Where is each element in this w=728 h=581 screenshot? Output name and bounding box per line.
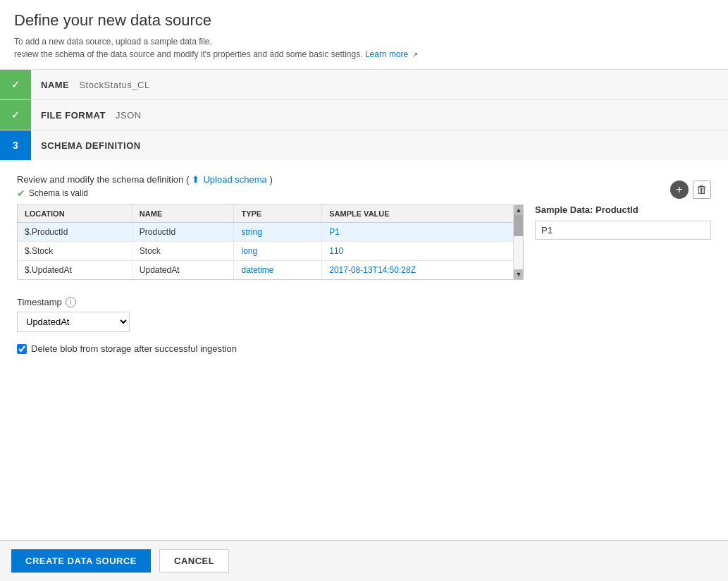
step-2-row: ✓ FILE FORMAT JSON (0, 99, 728, 130)
description-text: To add a new data source, upload a sampl… (14, 35, 714, 61)
cell-sample: 110 (322, 242, 523, 261)
cell-sample: P1 (322, 223, 523, 242)
step-2-badge: ✓ (0, 100, 31, 130)
table-row[interactable]: $.ProductId ProductId string P1 (18, 223, 523, 242)
schema-header-left: Review and modify the schema definition … (17, 174, 273, 199)
schema-valid: ✔ Schema is valid (17, 188, 273, 199)
header-section: Define your new data source To add a new… (0, 0, 728, 69)
cell-name: Stock (132, 242, 234, 261)
step-1-row: ✓ NAME StockStatus_CL (0, 69, 728, 99)
scrollbar-track[interactable]: ▲ ▼ (513, 205, 523, 279)
cell-location: $.ProductId (18, 223, 132, 242)
cell-type: datetime (234, 261, 322, 280)
cell-type: long (234, 242, 322, 261)
timestamp-label: Timestamp i (17, 297, 711, 307)
desc-line2: review the schema of the data source and… (14, 49, 363, 59)
page-title: Define your new data source (14, 11, 714, 30)
table-row[interactable]: $.UpdatedAt UpdatedAt datetime 2017-08-1… (18, 261, 523, 280)
schema-table: LOCATION NAME TYPE SAMPLE VALUE $.Produc… (18, 205, 523, 279)
cell-type: string (234, 223, 322, 242)
schema-actions: + 🗑 (670, 181, 711, 199)
step-1-value: StockStatus_CL (79, 80, 149, 90)
scrollbar-thumb[interactable] (514, 215, 524, 236)
upload-icon: ⬆ (192, 174, 199, 185)
scrollbar-up-arrow[interactable]: ▲ (514, 205, 524, 215)
cell-name: ProductId (132, 223, 234, 242)
sample-panel-title: Sample Data: ProductId (535, 204, 711, 215)
delete-blob-row: Delete blob from storage after successfu… (17, 343, 711, 354)
page-container: Define your new data source To add a new… (0, 0, 728, 581)
cell-sample: 2017-08-13T14:50:28Z (322, 261, 523, 280)
learn-more-link[interactable]: Learn more (365, 49, 408, 59)
timestamp-section: Timestamp i UpdatedAt ProductId Stock (17, 297, 711, 332)
timestamp-info-icon[interactable]: i (66, 297, 76, 307)
schema-table-wrapper: LOCATION NAME TYPE SAMPLE VALUE $.Produc… (17, 204, 711, 280)
timestamp-select[interactable]: UpdatedAt ProductId Stock (17, 312, 130, 332)
schema-review-text: Review and modify the schema definition … (17, 174, 273, 185)
add-row-button[interactable]: + (670, 181, 689, 199)
table-header-row: LOCATION NAME TYPE SAMPLE VALUE (18, 205, 523, 223)
step-2-value: JSON (116, 110, 142, 121)
cancel-button[interactable]: CANCEL (159, 549, 229, 573)
delete-blob-label[interactable]: Delete blob from storage after successfu… (31, 343, 237, 354)
desc-line1: To add a new data source, upload a sampl… (14, 37, 212, 47)
schema-header: Review and modify the schema definition … (17, 174, 711, 199)
col-header-sample: SAMPLE VALUE (322, 205, 523, 223)
sample-value-input[interactable] (535, 221, 711, 240)
valid-check-icon: ✔ (17, 188, 25, 199)
external-link-icon: ↗ (412, 51, 418, 59)
upload-schema-link[interactable]: ⬆ Upload schema (192, 174, 270, 185)
cell-location: $.Stock (18, 242, 132, 261)
step-2-label: FILE FORMAT JSON (31, 110, 142, 121)
step-3-badge: 3 (0, 130, 31, 160)
main-content: Review and modify the schema definition … (0, 160, 728, 540)
col-header-type: TYPE (234, 205, 322, 223)
sample-data-panel: Sample Data: ProductId (535, 204, 711, 280)
col-header-name: NAME (132, 205, 234, 223)
footer: CREATE DATA SOURCE CANCEL (0, 540, 728, 581)
scrollbar-down-arrow[interactable]: ▼ (514, 269, 524, 279)
delete-blob-checkbox[interactable] (17, 344, 27, 354)
table-row[interactable]: $.Stock Stock long 110 (18, 242, 523, 261)
step-3-row: 3 SCHEMA DEFINITION (0, 130, 728, 160)
step-3-label: SCHEMA DEFINITION (31, 140, 141, 151)
cell-location: $.UpdatedAt (18, 261, 132, 280)
schema-table-container: LOCATION NAME TYPE SAMPLE VALUE $.Produc… (17, 204, 524, 280)
col-header-location: LOCATION (18, 205, 132, 223)
create-data-source-button[interactable]: CREATE DATA SOURCE (11, 549, 151, 573)
step-1-label: NAME StockStatus_CL (31, 80, 150, 90)
cell-name: UpdatedAt (132, 261, 234, 280)
delete-row-button[interactable]: 🗑 (693, 181, 711, 199)
step-1-badge: ✓ (0, 70, 31, 99)
